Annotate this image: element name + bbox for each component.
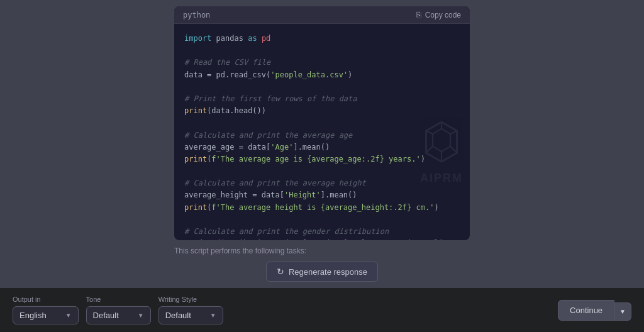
output-control-group: Output in English ▼ [13, 296, 79, 324]
code-line-avgheight: average_height = data['Height'].mean() [184, 189, 460, 201]
code-line-avgage: average_age = data['Age'].mean() [184, 141, 460, 153]
writing-style-chevron-icon: ▼ [210, 312, 216, 319]
code-line-comment3: # Calculate and print the average age [184, 130, 460, 141]
code-line-comment4: # Calculate and print the average height [184, 177, 460, 189]
below-code-text: This script performs the following tasks… [174, 240, 470, 258]
code-line-blank1 [184, 45, 460, 57]
code-line-blank5 [184, 214, 460, 226]
code-language: python [183, 11, 210, 19]
code-line-comment5: # Calculate and print the gender distrib… [184, 226, 460, 238]
tone-value: Default [93, 311, 119, 320]
output-value: English [19, 311, 47, 320]
code-block: python ⎘ Copy code AIPRM [174, 6, 470, 240]
tone-control-group: Tone Default ▼ [86, 296, 151, 324]
code-line-blank2 [184, 81, 460, 93]
writing-style-value: Default [165, 311, 191, 320]
main-content: python ⎘ Copy code AIPRM [0, 0, 644, 288]
code-line-comment2: # Print the first few rows of the data [184, 93, 460, 105]
regenerate-icon: ↻ [277, 267, 284, 277]
writing-style-label: Writing Style [158, 296, 223, 303]
bottom-bar: Output in English ▼ Tone Default ▼ Writi… [0, 288, 644, 332]
code-content: import pandas as pd # Read the CSV file … [184, 33, 460, 240]
output-label: Output in [13, 296, 79, 303]
regenerate-button[interactable]: ↻ Regenerate response [266, 262, 378, 282]
code-body: AIPRM import pandas as pd # Read the CSV… [174, 24, 470, 240]
writing-style-select[interactable]: Default ▼ [158, 306, 223, 324]
copy-icon: ⎘ [416, 10, 421, 19]
code-line-genderdist: gender_distribution = data['Gender'].val… [184, 238, 460, 240]
code-header: python ⎘ Copy code [174, 6, 470, 24]
continue-button[interactable]: Continue [558, 300, 614, 321]
code-line-comment1: # Read the CSV file [184, 57, 460, 69]
code-line-printheight: print(f'The average height is {average_h… [184, 202, 460, 214]
code-line-blank4 [184, 165, 460, 177]
code-line-printage: print(f'The average age is {average_age:… [184, 153, 460, 165]
continue-dropdown-button[interactable]: ▼ [614, 302, 631, 321]
continue-group: Continue ▼ [558, 300, 631, 321]
code-line-printhead: print(data.head()) [184, 105, 460, 117]
code-line-blank3 [184, 117, 460, 129]
output-chevron-icon: ▼ [65, 312, 72, 319]
copy-label: Copy code [425, 11, 461, 19]
code-line-readcsv: data = pd.read_csv('people_data.csv') [184, 69, 460, 81]
regenerate-label: Regenerate response [289, 267, 367, 277]
copy-code-button[interactable]: ⎘ Copy code [416, 10, 461, 19]
tone-select[interactable]: Default ▼ [86, 306, 151, 324]
continue-chevron-icon: ▼ [619, 308, 626, 315]
writing-style-control-group: Writing Style Default ▼ [158, 296, 223, 324]
tone-label: Tone [86, 296, 151, 303]
tone-chevron-icon: ▼ [138, 312, 144, 319]
code-line-import: import pandas as pd [184, 33, 460, 45]
output-select[interactable]: English ▼ [13, 306, 79, 324]
regenerate-bar: ↻ Regenerate response [0, 258, 644, 288]
